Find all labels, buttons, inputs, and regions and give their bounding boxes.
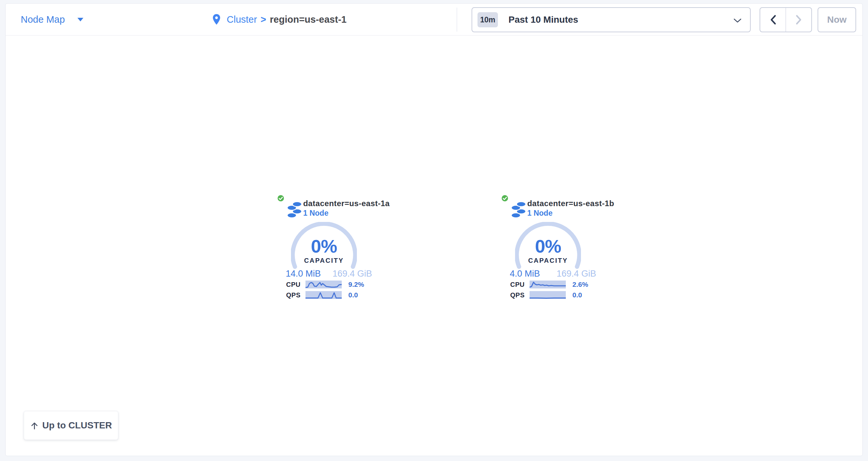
status-healthy-check-icon xyxy=(501,194,509,202)
capacity-range: 14.0 MiB 169.4 GiB xyxy=(286,269,372,279)
chevron-left-icon xyxy=(770,14,777,25)
breadcrumb-current-locality: region=us-east-1 xyxy=(270,14,347,25)
view-selector-dropdown[interactable]: Node Map xyxy=(21,4,83,35)
qps-metric-row: QPS 0.0 xyxy=(276,291,342,299)
capacity-used-value: 4.0 MiB xyxy=(510,269,540,279)
breadcrumb-cluster-link[interactable]: Cluster xyxy=(227,14,257,25)
capacity-caption: CAPACITY xyxy=(291,257,357,264)
time-pager xyxy=(760,7,812,32)
header-divider xyxy=(457,7,457,32)
location-pin-icon xyxy=(212,13,221,26)
datacenter-card-us-east-1b[interactable]: datacenter=us-east-1b 1 Node 0% CAPACITY… xyxy=(500,193,612,302)
time-range-badge: 10m xyxy=(477,12,498,27)
breadcrumb: Cluster > region=us-east-1 xyxy=(212,4,347,35)
chevron-right-icon xyxy=(795,14,802,25)
chevron-down-icon xyxy=(734,18,741,23)
status-healthy-check-icon xyxy=(277,194,285,202)
caret-down-icon xyxy=(78,18,83,22)
cpu-label: CPU xyxy=(276,281,301,289)
capacity-caption: CAPACITY xyxy=(515,257,581,264)
qps-metric-row: QPS 0.0 xyxy=(500,291,566,299)
time-range-dropdown[interactable]: 10m Past 10 Minutes xyxy=(471,7,751,32)
cpu-label: CPU xyxy=(500,281,525,289)
cpu-sparkline-chart xyxy=(306,281,342,289)
database-stack-icon xyxy=(511,201,527,219)
cpu-metric-row: CPU 2.6% xyxy=(500,280,566,289)
cpu-value: 9.2% xyxy=(348,281,364,289)
qps-label: QPS xyxy=(500,291,525,299)
capacity-used-value: 14.0 MiB xyxy=(286,269,321,279)
breadcrumb-separator: > xyxy=(261,14,266,25)
up-to-cluster-label: Up to CLUSTER xyxy=(42,420,112,431)
qps-sparkline-chart xyxy=(530,291,566,299)
up-to-cluster-button[interactable]: Up to CLUSTER xyxy=(24,411,118,440)
datacenter-node-count: 1 Node xyxy=(527,209,553,218)
datacenter-name: datacenter=us-east-1a xyxy=(303,199,390,208)
time-next-button[interactable] xyxy=(786,8,811,32)
qps-sparkline-chart xyxy=(306,291,342,299)
database-stack-icon xyxy=(287,201,303,219)
header-bar: Node Map Cluster > region=us-east-1 10m … xyxy=(6,4,862,36)
capacity-range: 4.0 MiB 169.4 GiB xyxy=(510,269,596,279)
qps-value: 0.0 xyxy=(572,291,582,299)
cpu-metric-row: CPU 9.2% xyxy=(276,280,342,289)
qps-label: QPS xyxy=(276,291,301,299)
capacity-percentage: 0% xyxy=(291,236,357,256)
datacenter-name: datacenter=us-east-1b xyxy=(527,199,614,208)
now-button[interactable]: Now xyxy=(817,7,856,32)
cpu-sparkline-chart xyxy=(530,281,566,289)
cpu-value: 2.6% xyxy=(572,281,588,289)
datacenter-node-count: 1 Node xyxy=(303,209,329,218)
qps-value: 0.0 xyxy=(348,291,358,299)
arrow-up-icon xyxy=(30,421,39,430)
view-selector-label: Node Map xyxy=(21,14,65,25)
datacenter-card-us-east-1a[interactable]: datacenter=us-east-1a 1 Node 0% CAPACITY… xyxy=(276,193,388,302)
node-map-surface: Node Map Cluster > region=us-east-1 10m … xyxy=(5,3,863,456)
node-map-canvas: datacenter=us-east-1a 1 Node 0% CAPACITY… xyxy=(6,36,862,456)
capacity-percentage: 0% xyxy=(515,236,581,256)
capacity-total-value: 169.4 GiB xyxy=(557,269,596,279)
capacity-total-value: 169.4 GiB xyxy=(333,269,372,279)
time-range-label: Past 10 Minutes xyxy=(508,14,578,25)
time-prev-button[interactable] xyxy=(760,8,786,32)
